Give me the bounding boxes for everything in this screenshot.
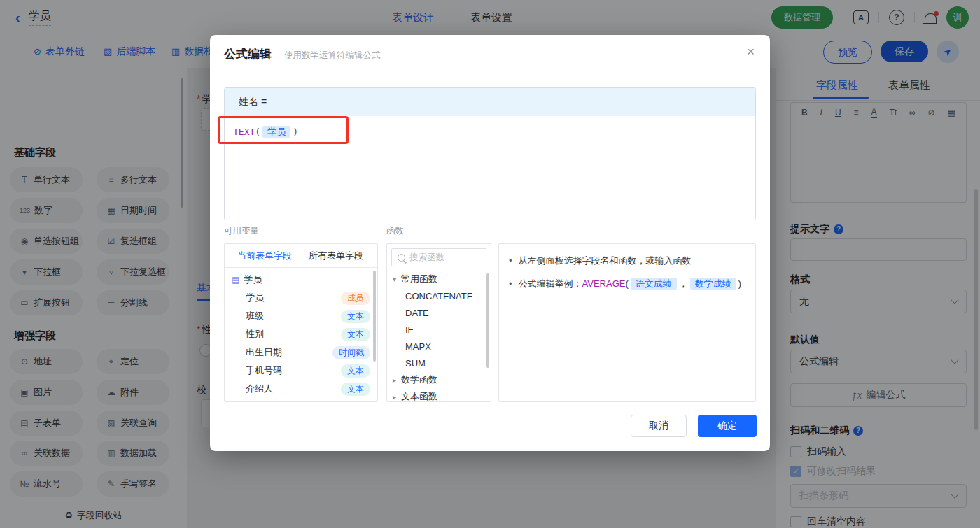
example-chip: 语文成绩 xyxy=(631,278,677,290)
type-badge: 文本 xyxy=(341,364,370,378)
help-example: 公式编辑举例：AVERAGE(语文成绩，数学成绩) xyxy=(519,277,742,290)
example-chip: 数学成绩 xyxy=(690,278,736,290)
paren-close: ) xyxy=(738,278,741,289)
function-item[interactable]: CONCATENATE xyxy=(387,287,491,304)
variable-item[interactable]: 手机号码文本 xyxy=(225,362,377,380)
modal-subtitle: 使用数学运算符编辑公式 xyxy=(284,50,381,62)
variables-tabs: 当前表单字段 所有表单字段 xyxy=(225,244,377,268)
tab-current-form-fields[interactable]: 当前表单字段 xyxy=(237,250,292,262)
comma: ， xyxy=(679,278,688,289)
function-search[interactable]: 搜索函数 xyxy=(391,248,486,266)
functions-label: 函数 xyxy=(386,225,404,237)
variable-name: 手机号码 xyxy=(246,364,341,377)
variable-item[interactable]: 班级文本 xyxy=(225,307,377,325)
variable-name: 介绍人 xyxy=(246,383,341,395)
modal-title: 公式编辑 xyxy=(224,46,272,62)
example-function-name: AVERAGE xyxy=(582,278,626,289)
chevron-collapsed-icon: ▸ xyxy=(393,376,401,384)
search-icon xyxy=(398,254,405,262)
function-item[interactable]: SUM xyxy=(387,355,491,371)
formula-target-text: 姓名 = xyxy=(239,96,267,108)
chevron-collapsed-icon: ▸ xyxy=(393,393,401,401)
search-placeholder: 搜索函数 xyxy=(410,252,444,264)
function-name: IF xyxy=(405,324,414,335)
function-item[interactable]: MAPX xyxy=(387,338,491,355)
functions-panel: 搜索函数 ▾常用函数 CONCATENATE DATE IF MAPX SUM … xyxy=(386,243,491,402)
variable-tree-root[interactable]: ▤ 学员 xyxy=(225,271,377,289)
function-name: MAPX xyxy=(405,341,431,352)
variable-name: 性别 xyxy=(246,328,341,341)
tab-all-form-fields[interactable]: 所有表单字段 xyxy=(309,250,363,262)
app: ‹ 学员 表单设计 表单设置 数据管理 A ? 训 ⊘ 表单外链 ▨ 后端脚本 … xyxy=(0,0,980,528)
type-badge: 文本 xyxy=(341,328,370,341)
variable-item[interactable]: 出生日期时间戳 xyxy=(225,343,377,362)
formula-target: 姓名 = xyxy=(225,88,755,116)
variable-name: 班级 xyxy=(246,310,341,322)
function-name: DATE xyxy=(405,308,429,318)
formula-editor-modal: 公式编辑 使用数学运算符编辑公式 × 姓名 = TEXT(学员) 可用变量 函数… xyxy=(210,35,770,451)
annotation-highlight-box xyxy=(218,116,349,144)
functions-scrollbar[interactable] xyxy=(486,273,489,368)
function-group-math[interactable]: ▸数学函数 xyxy=(387,371,491,388)
confirm-button[interactable]: 确定 xyxy=(698,415,757,437)
formula-editor-box[interactable]: 姓名 = TEXT(学员) xyxy=(224,87,756,220)
variable-name: 学员 xyxy=(246,292,341,304)
type-badge: 文本 xyxy=(341,383,370,396)
variable-item[interactable]: 介绍人文本 xyxy=(225,380,377,398)
group-label: 文本函数 xyxy=(401,390,438,402)
cancel-button[interactable]: 取消 xyxy=(631,415,687,437)
type-badge: 时间戳 xyxy=(332,346,370,359)
function-group-common[interactable]: ▾常用函数 xyxy=(387,271,491,287)
variable-item[interactable]: 性别文本 xyxy=(225,325,377,343)
function-name: SUM xyxy=(405,358,426,369)
variables-label: 可用变量 xyxy=(224,225,259,237)
group-label: 常用函数 xyxy=(401,273,438,285)
variables-scrollbar[interactable] xyxy=(373,271,376,362)
root-name: 学员 xyxy=(244,273,370,286)
chevron-expanded-icon: ▾ xyxy=(393,276,401,283)
help-text: 从左侧面板选择字段名和函数，或输入函数 xyxy=(519,254,692,267)
example-prefix: 公式编辑举例： xyxy=(519,278,582,289)
type-badge: 成员 xyxy=(341,292,370,305)
group-label: 数学函数 xyxy=(401,373,438,386)
function-item[interactable]: IF xyxy=(387,321,491,338)
help-line-2: 公式编辑举例：AVERAGE(语文成绩，数学成绩) xyxy=(499,277,755,290)
variables-panel: 当前表单字段 所有表单字段 ▤ 学员 学员成员 班级文本 性别文本 出生日期时间… xyxy=(224,243,378,402)
type-badge: 文本 xyxy=(341,310,370,323)
form-doc-icon: ▤ xyxy=(232,275,239,285)
function-name: CONCATENATE xyxy=(405,291,472,301)
variable-item[interactable]: 学员成员 xyxy=(225,289,377,307)
help-line-1: 从左侧面板选择字段名和函数，或输入函数 xyxy=(499,254,755,267)
function-group-text[interactable]: ▸文本函数 xyxy=(387,388,491,402)
paren-open: ( xyxy=(625,278,628,289)
help-panel: 从左侧面板选择字段名和函数，或输入函数 公式编辑举例：AVERAGE(语文成绩，… xyxy=(498,243,756,402)
close-icon[interactable]: × xyxy=(747,45,755,58)
function-item[interactable]: DATE xyxy=(387,304,491,321)
variable-name: 出生日期 xyxy=(246,346,332,359)
